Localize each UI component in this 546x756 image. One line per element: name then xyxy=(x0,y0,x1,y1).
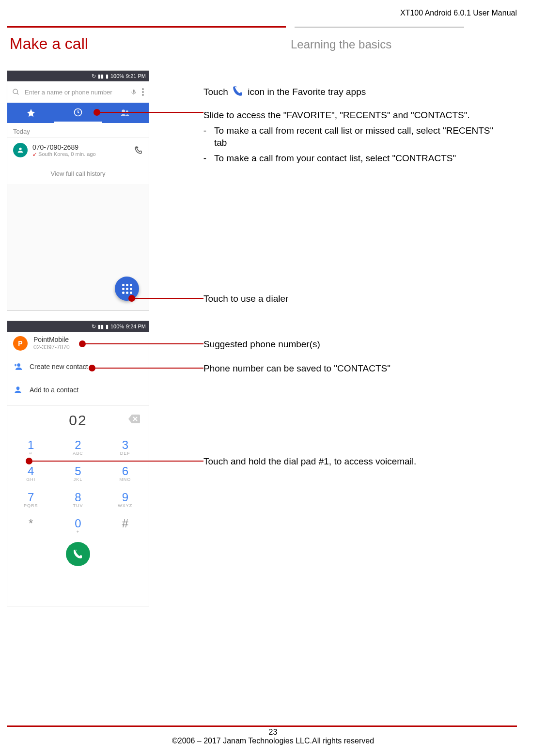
create-contact-label: Create new contact xyxy=(30,363,88,370)
callout-touch-icon: Touch icon in the Favorite tray apps xyxy=(203,85,507,101)
typed-number-row: 02 xyxy=(7,405,149,434)
header-rule-red xyxy=(7,26,286,28)
dialpad-digit: 8 xyxy=(75,491,81,504)
tab-favorites[interactable] xyxy=(7,103,54,123)
dialpad-digit: * xyxy=(29,517,33,530)
callout-line-dialer xyxy=(132,298,203,299)
dialpad-digit: 3 xyxy=(122,438,128,451)
svg-line-1 xyxy=(17,93,18,94)
dialpad-letters: WXYZ xyxy=(102,503,149,508)
overflow-icon[interactable] xyxy=(142,88,144,96)
battery-icon: ▮ xyxy=(106,324,109,330)
create-contact-row[interactable]: Create new contact xyxy=(7,355,149,378)
dialpad-key-4[interactable]: 4GHI xyxy=(7,461,54,487)
dialpad-letters: JKL xyxy=(54,477,101,482)
svg-point-4 xyxy=(142,91,144,93)
dialpad-key-6[interactable]: 6MNO xyxy=(102,461,149,487)
dialpad-key-7[interactable]: 7PQRS xyxy=(7,487,54,513)
people-icon xyxy=(120,108,130,118)
callout-line-tabs xyxy=(97,112,203,113)
recent-subtext: ↙ South Korea, 0 min. ago xyxy=(32,151,134,157)
dialpad: 1∞2ABC3DEF4GHI5JKL6MNO7PQRS8TUV9WXYZ*0+# xyxy=(7,434,149,539)
dialpad-letters: GHI xyxy=(7,477,54,482)
dialpad-letters: TUV xyxy=(54,503,101,508)
dialpad-key-*[interactable]: * xyxy=(7,513,54,539)
dialpad-digit: 4 xyxy=(28,464,34,478)
svg-point-5 xyxy=(142,94,144,96)
svg-point-11 xyxy=(16,386,20,390)
callout-bullet-contacts: To make a call from your contact list, s… xyxy=(214,152,507,165)
dialpad-key-0[interactable]: 0+ xyxy=(54,513,101,539)
add-contact-row[interactable]: Add to a contact xyxy=(7,378,149,401)
mic-icon[interactable] xyxy=(130,89,137,95)
dialpad-key-5[interactable]: 5JKL xyxy=(54,461,101,487)
dialpad-digit: 7 xyxy=(28,491,34,504)
status-time: 9:21 PM xyxy=(126,73,146,79)
dialpad-key-8[interactable]: 8TUV xyxy=(54,487,101,513)
search-placeholder: Enter a name or phone number xyxy=(25,89,130,96)
battery-icon: ▮ xyxy=(106,73,109,79)
footer: 23 ©2006 – 2017 Janam Technologies LLC.A… xyxy=(0,728,546,745)
dialpad-key-3[interactable]: 3DEF xyxy=(102,434,149,461)
dialpad-digit: 9 xyxy=(122,491,128,504)
phone-icon xyxy=(72,548,84,560)
dialpad-letters: + xyxy=(54,529,101,534)
add-contact-label: Add to a contact xyxy=(30,386,78,394)
dialpad-digit: 5 xyxy=(75,464,81,478)
recent-number: 070-7090-2689 xyxy=(32,143,134,151)
dialpad-key-#[interactable]: # xyxy=(102,513,149,539)
backspace-icon[interactable] xyxy=(128,415,140,426)
battery-text: 100% xyxy=(110,73,124,79)
person-icon xyxy=(16,146,24,154)
callout-line-voicemail xyxy=(29,461,203,462)
dialpad-letters: DEF xyxy=(102,451,149,456)
callout-line-save-contact xyxy=(92,368,203,369)
tab-bar xyxy=(7,103,149,123)
status-bar-2: ↻ ▮▮ ▮ 100% 9:24 PM xyxy=(7,321,149,332)
dialpad-letters: ABC xyxy=(54,451,101,456)
dialpad-letters: PQRS xyxy=(7,503,54,508)
callout-bullet-recents: To make a call from recent call list or … xyxy=(214,124,507,149)
section-title: Make a call xyxy=(10,35,88,53)
call-fab[interactable] xyxy=(66,542,90,566)
dialpad-key-9[interactable]: 9WXYZ xyxy=(102,487,149,513)
dialpad-icon xyxy=(122,284,132,294)
dialpad-letters: MNO xyxy=(102,477,149,482)
dialpad-key-1[interactable]: 1∞ xyxy=(7,434,54,461)
battery-text: 100% xyxy=(110,324,124,329)
svg-point-10 xyxy=(17,363,20,367)
dialer-fab[interactable] xyxy=(115,277,139,301)
dialpad-digit: 2 xyxy=(75,438,81,451)
search-icon xyxy=(12,88,20,96)
add-person-icon xyxy=(13,362,23,371)
sync-icon: ↻ xyxy=(92,324,96,330)
dialpad-letters: ∞ xyxy=(7,451,54,456)
recent-call-row[interactable]: 070-7090-2689 ↙ South Korea, 0 min. ago xyxy=(7,137,149,163)
tab-contacts[interactable] xyxy=(102,103,149,123)
sync-icon: ↻ xyxy=(92,73,96,79)
screenshot-recents: ↻ ▮▮ ▮ 100% 9:21 PM Enter a name or phon… xyxy=(7,70,149,311)
star-icon xyxy=(26,108,36,118)
copyright: ©2006 – 2017 Janam Technologies LLC.All … xyxy=(0,737,546,745)
svg-rect-2 xyxy=(133,90,135,93)
status-time-2: 9:24 PM xyxy=(126,324,146,329)
header-rule-grey xyxy=(295,27,464,28)
call-icon[interactable] xyxy=(134,146,143,154)
dialpad-digit: # xyxy=(122,517,128,530)
callout-dialer: Touch to use a dialer xyxy=(203,293,507,305)
suggested-avatar: P xyxy=(13,336,28,351)
svg-point-3 xyxy=(142,88,144,90)
suggested-number: 02-3397-7870 xyxy=(33,344,70,351)
view-full-history[interactable]: View full call history xyxy=(7,163,149,184)
recent-text: 070-7090-2689 ↙ South Korea, 0 min. ago xyxy=(32,143,134,157)
search-bar[interactable]: Enter a name or phone number xyxy=(7,81,149,103)
dialpad-digit: 6 xyxy=(122,464,128,478)
typed-number: 02 xyxy=(69,412,87,429)
phone-icon-inline xyxy=(232,85,244,101)
page-number: 23 xyxy=(0,728,546,737)
svg-point-9 xyxy=(19,148,21,150)
dialpad-key-2[interactable]: 2ABC xyxy=(54,434,101,461)
callout-save-contact: Phone number can be saved to "CONTACTS" xyxy=(203,362,507,375)
doc-title: XT100 Android 6.0.1 User Manual xyxy=(400,9,517,17)
clock-icon xyxy=(73,108,83,117)
